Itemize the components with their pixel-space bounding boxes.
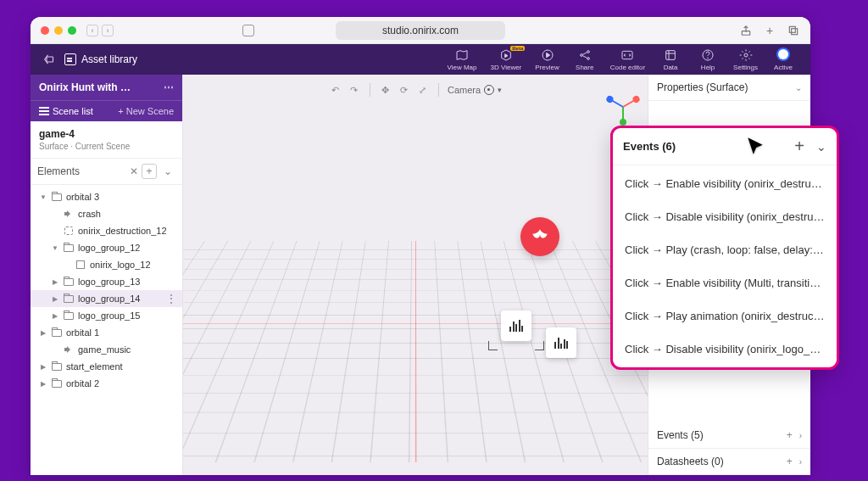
toolbar-active-button[interactable]: Active [765,44,802,75]
events-panel-header: Events (6) + ⌄ [613,128,837,165]
events5-label: Events (5) [657,429,787,441]
share-browser-icon[interactable] [739,24,753,37]
plus-icon[interactable]: + [787,456,793,467]
tree-item[interactable]: ▶orbital 2 [31,375,182,392]
move-tool-icon[interactable]: ✥ [379,83,392,97]
asset-library-button[interactable]: Asset library [64,53,137,65]
sound-icon [63,209,75,219]
current-scene[interactable]: game-4 Surface · Current Scene [31,121,182,159]
event-item[interactable]: Click → Play animation (onirix_destruct… [613,299,837,333]
expand-arrow-icon[interactable]: ▶ [51,278,59,286]
new-scene-button[interactable]: + New Scene [109,101,182,121]
folder-icon [63,277,75,287]
toolbar-help-button[interactable]: Help [689,44,726,75]
code-icon [620,48,634,62]
camera-dropdown[interactable]: Camera ▾ [448,85,502,95]
events5-panel-header[interactable]: Events (5) + › [648,422,810,449]
toolbar-label: 3D Viewer [491,64,522,71]
tree-item[interactable]: ▶orbital 1 [31,324,182,341]
toolbar-view-map-button[interactable]: View Map [441,44,484,75]
separator [438,83,439,97]
current-scene-name: game-4 [39,128,174,140]
rotate-tool-icon[interactable]: ⟳ [398,83,411,97]
event-item[interactable]: Click → Disable visibility (onirix_logo_… [613,333,837,366]
undo-icon[interactable]: ↶ [329,83,342,97]
toolbar-preview-button[interactable]: Preview [528,44,565,75]
event-item[interactable]: Click → Play (crash, loop: false, delay:… [613,233,837,266]
beta-badge: Beta [510,46,525,51]
item-menu-icon[interactable]: ⋮ [165,295,177,302]
minimize-window-icon[interactable] [54,26,63,35]
folder-icon [51,378,63,389]
browser-back-icon[interactable]: ‹ [86,25,98,36]
browser-forward-icon[interactable]: › [102,25,114,36]
url-text: studio.onirix.com [382,25,459,36]
scene-list-button[interactable]: Scene list [31,101,109,121]
project-menu-icon[interactable]: ⋯ [164,81,174,93]
event-item[interactable]: Click → Enable visibility (Multi, transi… [613,266,837,299]
datasheets-panel-header[interactable]: Datasheets (0) + › [648,449,810,475]
toolbar-data-button[interactable]: Data [652,44,689,75]
back-to-folder-icon[interactable] [39,49,59,70]
expand-arrow-icon[interactable]: ▼ [39,193,47,201]
tree-item[interactable]: game_music [31,341,182,358]
tree-item[interactable]: ▶logo_group_14⋮ [31,290,182,307]
toolbar-label: View Map [448,64,477,71]
tree-item[interactable]: onirix_destruction_12 [31,222,182,239]
expand-arrow-icon[interactable]: ▶ [51,312,59,320]
tree-item[interactable]: onirix_logo_12 [31,256,182,273]
toggle-icon [776,48,790,62]
toolbar-settings-button[interactable]: Settings [726,44,765,75]
svg-point-5 [580,53,582,56]
project-title: Onirix Hunt with … [39,81,131,93]
scale-tool-icon[interactable]: ⤢ [416,83,430,97]
expand-arrow-icon[interactable]: ▼ [51,244,59,252]
expand-arrow-icon[interactable]: ▶ [39,329,47,337]
sound-icon [63,344,75,355]
chevron-right-icon: › [799,457,802,467]
toolbar-3d-viewer-button[interactable]: Beta3D Viewer [484,44,529,75]
toolbar-share-button[interactable]: Share [566,44,604,75]
redo-icon[interactable]: ↷ [348,83,361,97]
tree-item[interactable]: ▶logo_group_15 [31,307,182,324]
folder-icon [51,192,63,202]
expand-arrow-icon[interactable]: ▶ [39,363,47,371]
whale-marker[interactable] [520,217,559,256]
asset-library-icon [64,53,76,65]
plus-icon[interactable]: + [787,429,793,441]
tree-item[interactable]: crash [31,205,182,222]
close-elements-icon[interactable]: ✕ [126,164,142,179]
tree-item-label: orbital 1 [66,327,99,338]
toolbar-label: Settings [733,64,758,71]
current-scene-sub: Surface · Current Scene [39,142,174,151]
add-element-icon[interactable]: + [142,164,157,179]
tree-item[interactable]: ▼logo_group_12 [31,239,182,256]
close-window-icon[interactable] [41,26,49,35]
maximize-window-icon[interactable] [68,26,76,35]
event-item[interactable]: Click → Disable visibility (onirix_destr… [613,200,837,233]
chevron-down-icon[interactable]: ⌄ [816,140,826,154]
toolbar-code-editor-button[interactable]: Code editor [604,44,652,75]
add-event-icon[interactable]: + [794,137,804,156]
audio-card[interactable] [501,310,531,341]
new-tab-icon[interactable]: + [763,24,776,37]
canvas-viewport[interactable]: ↶ ↷ ✥ ⟳ ⤢ Camera ▾ [183,75,648,475]
chevron-down-icon[interactable]: ⌄ [160,164,175,179]
scene-list-row: Scene list + New Scene [31,100,182,121]
tree-item[interactable]: ▶start_element [31,358,182,375]
url-bar[interactable]: studio.onirix.com [336,21,505,40]
expand-arrow-icon[interactable]: ▶ [51,295,59,303]
event-item[interactable]: Click → Enable visibility (onirix_destru… [613,167,837,200]
svg-point-12 [744,53,748,57]
tree-item[interactable]: ▼orbital 3 [31,188,182,205]
axis-gizmo[interactable] [605,90,639,124]
tree-item[interactable]: ▶logo_group_13 [31,273,182,290]
tabs-overview-icon[interactable] [787,24,800,37]
audio-card[interactable] [546,327,576,358]
new-scene-label: + New Scene [118,106,174,116]
properties-panel-header[interactable]: Properties (Surface) ⌄ [648,75,810,101]
expand-arrow-icon[interactable]: ▶ [39,380,47,388]
tree-item-label: orbital 3 [66,192,99,202]
project-title-row[interactable]: Onirix Hunt with … ⋯ [31,75,182,100]
elements-label: Elements [37,165,126,177]
